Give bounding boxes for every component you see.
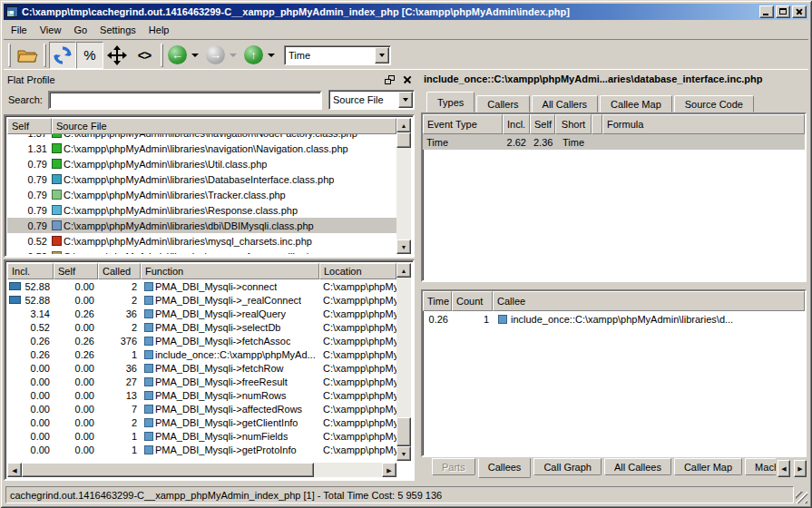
scroll-up-button[interactable]: ▲	[396, 263, 411, 278]
function-icon	[144, 296, 153, 305]
event-type-select[interactable]: Time	[284, 45, 391, 65]
source-file-row[interactable]: 1.37 C:\xampp\phpMyAdmin\libraries\navig…	[7, 134, 396, 141]
dock-close-button[interactable]	[402, 74, 413, 85]
cost-color-swatch	[52, 220, 62, 230]
function-row[interactable]: 0.00 0.00 7 PMA_DBI_Mysqli->affectedRows…	[7, 402, 396, 415]
column-header-formula[interactable]: Formula	[602, 114, 805, 134]
event-type-row[interactable]: Time 2.62 2.36 Time	[423, 134, 805, 150]
function-table-hscrollbar[interactable]: ◀ ▶	[7, 463, 396, 477]
refresh-button[interactable]	[49, 42, 76, 69]
menu-item[interactable]: Settings	[93, 22, 142, 38]
menu-item[interactable]: Go	[67, 22, 93, 38]
file-list-vscrollbar[interactable]: ▲ ▼	[396, 118, 411, 254]
scroll-up-button[interactable]: ▲	[396, 118, 411, 132]
function-row[interactable]: 0.00 0.00 1 PMA_DBI_Mysqli->getProtoInfo…	[7, 443, 396, 456]
open-file-button[interactable]	[14, 42, 41, 69]
back-dropdown[interactable]	[191, 54, 199, 57]
detail-bottom-tab[interactable]: Caller Map	[674, 458, 742, 475]
column-header-location[interactable]: Location	[319, 263, 396, 279]
function-row[interactable]: 0.00 0.00 2 PMA_DBI_Mysqli->getClientInf…	[7, 415, 396, 429]
column-header-called[interactable]: Called	[98, 263, 141, 279]
source-file-row[interactable]: 0.79 C:\xampp\phpMyAdmin\libraries\dbi\D…	[7, 218, 396, 233]
function-row[interactable]: 0.52 0.00 2 PMA_DBI_Mysqli->selectDb C:\…	[7, 320, 396, 334]
app-icon[interactable]	[6, 6, 18, 17]
source-file-row[interactable]: 0.79 C:\xampp\phpMyAdmin\libraries\Track…	[7, 187, 396, 202]
scroll-thumb[interactable]	[396, 132, 411, 148]
detail-bottom-tab[interactable]: Call Graph	[533, 458, 602, 475]
flat-profile-dock-header[interactable]: Flat Profile	[4, 72, 415, 87]
group-by-select[interactable]: Source File	[328, 90, 415, 110]
detail-bottom-tab[interactable]: Callees	[478, 458, 532, 478]
function-row[interactable]: 0.00 0.00 27 PMA_DBI_Mysqli->freeResult …	[7, 375, 396, 388]
column-header-incl[interactable]: Incl.	[7, 263, 54, 279]
dock-float-button[interactable]	[385, 75, 395, 84]
scroll-left-button[interactable]: ◀	[7, 463, 22, 477]
function-row[interactable]: 52.88 0.00 2 PMA_DBI_Mysqli->connect C:\…	[7, 279, 396, 293]
scroll-thumb[interactable]	[396, 417, 411, 446]
menu-item[interactable]: File	[5, 22, 34, 38]
source-file-row[interactable]: 0.79 C:\xampp\phpMyAdmin\libraries\Datab…	[7, 171, 396, 187]
scroll-down-button[interactable]: ▼	[396, 239, 411, 254]
function-row[interactable]: 0.00 0.00 36 PMA_DBI_Mysqli->fetchRow C:…	[7, 361, 396, 375]
toolbar-handle[interactable]	[8, 44, 11, 67]
tabs-scroll-right-button[interactable]: ▶	[794, 460, 807, 477]
column-header-incl[interactable]: Incl.	[503, 114, 530, 134]
callee-row[interactable]: 0.26 1 include_once::C:\xampp\phpMyAdmin…	[423, 311, 805, 327]
minimize-button[interactable]	[759, 5, 774, 18]
close-button[interactable]	[792, 5, 807, 18]
source-file-row[interactable]: 0.79 C:\xampp\phpMyAdmin\libraries\Respo…	[7, 202, 396, 218]
function-row[interactable]: 0.26 0.26 376 PMA_DBI_Mysqli->fetchAssoc…	[7, 334, 396, 347]
detail-bottom-tab[interactable]: Parts	[432, 458, 475, 475]
resize-grip[interactable]	[796, 492, 807, 503]
detail-tab[interactable]: Callers	[476, 95, 529, 112]
event-type-dropdown-button[interactable]	[375, 47, 389, 64]
detail-bottom-tab[interactable]: Machine	[745, 458, 776, 475]
detail-tab[interactable]: All Callers	[532, 95, 599, 112]
function-row[interactable]: 3.14 0.26 36 PMA_DBI_Mysqli->realQuery C…	[7, 307, 396, 320]
column-header-count[interactable]: Count	[452, 291, 493, 311]
group-by-dropdown-button[interactable]	[398, 92, 413, 108]
column-header-source-file[interactable]: Source File	[52, 118, 396, 134]
function-row[interactable]: 0.26 0.26 1 include_once::C:\xampp\phpMy…	[7, 347, 396, 361]
scroll-down-button[interactable]: ▼	[396, 446, 411, 461]
cycle-groups-button[interactable]: <>	[131, 42, 158, 69]
tabs-scroll-left-button[interactable]: ◀	[778, 460, 790, 477]
function-table-vscrollbar[interactable]: ▲ ▼	[396, 263, 411, 461]
column-header-time[interactable]: Time	[423, 291, 452, 311]
percent-toggle-button[interactable]: %	[76, 42, 103, 69]
menu-item[interactable]: Help	[142, 22, 176, 38]
column-header-self[interactable]: Self	[530, 114, 555, 134]
function-row[interactable]: 52.88 0.00 2 PMA_DBI_Mysqli->_realConnec…	[7, 293, 396, 307]
maximize-button[interactable]	[776, 5, 790, 18]
cost-color-swatch	[52, 190, 62, 200]
toolbar-separator	[44, 44, 46, 67]
column-header-self[interactable]: Self	[7, 118, 52, 134]
source-file-row[interactable]: 0.79 C:\xampp\phpMyAdmin\libraries\Util.…	[7, 156, 396, 171]
detail-tab[interactable]: Source Code	[674, 95, 754, 112]
function-icon	[498, 315, 507, 324]
search-input[interactable]	[48, 91, 322, 110]
detail-tab[interactable]: Types	[426, 92, 474, 112]
column-header-short[interactable]: Short	[555, 114, 592, 134]
function-row[interactable]: 0.00 0.00 13 PMA_DBI_Mysqli->numRows C:\…	[7, 388, 396, 402]
function-row[interactable]: 0.00 0.00 1 PMA_DBI_Mysqli->numFields C:…	[7, 429, 396, 443]
column-header-event-type[interactable]: Event Type	[423, 114, 503, 134]
detail-tab[interactable]: Callee Map	[600, 95, 672, 112]
source-file-row[interactable]: 0.52 C:\xampp\phpMyAdmin\libraries\mysql…	[7, 233, 396, 249]
menu-item[interactable]: View	[34, 22, 68, 38]
up-dropdown[interactable]	[268, 54, 275, 57]
detail-bottom-tab[interactable]: All Callees	[604, 458, 671, 475]
column-header-self[interactable]: Self	[54, 263, 98, 279]
source-file-list: Self Source File 1.37 C:\xampp\phpMyAdmi…	[4, 114, 415, 258]
scroll-thumb[interactable]	[22, 463, 314, 477]
move-layout-button[interactable]	[103, 42, 131, 69]
up-button[interactable]: ↑	[244, 45, 263, 64]
title-bar[interactable]: C:\xampp\tmp\cachegrind.out.1416463299-C…	[4, 4, 808, 20]
source-file-row[interactable]: 1.31 C:\xampp\phpMyAdmin\libraries\navig…	[7, 141, 396, 156]
column-header-callee[interactable]: Callee	[493, 291, 805, 311]
back-button[interactable]: ←	[168, 45, 187, 64]
scroll-right-button[interactable]: ▶	[382, 463, 396, 477]
source-file-row[interactable]: 0.52 C:\xampp\phpMyAdmin\libraries\user_…	[7, 249, 396, 254]
column-header-function[interactable]: Function	[141, 263, 319, 279]
cost-color-swatch	[52, 143, 62, 153]
